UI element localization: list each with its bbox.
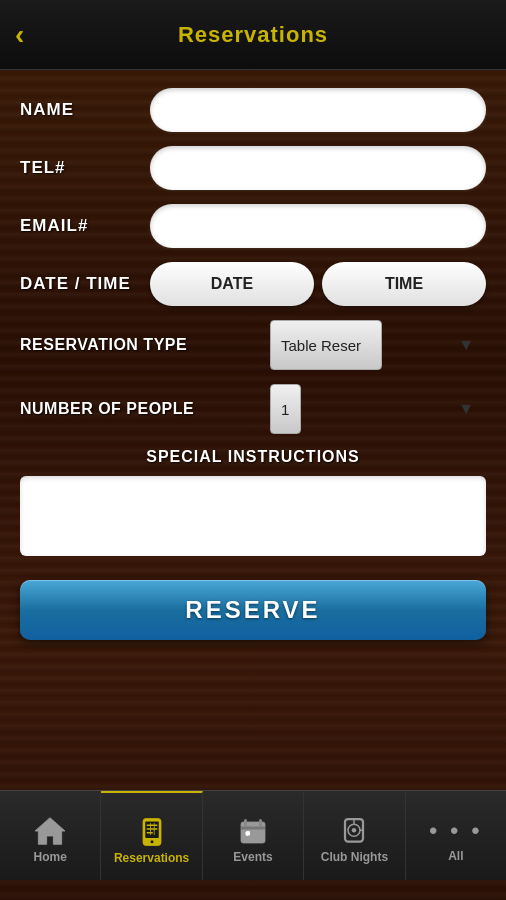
club-nights-icon xyxy=(337,816,371,846)
nav-label-home: Home xyxy=(34,850,67,864)
reserve-button[interactable]: RESERVE xyxy=(20,580,486,640)
events-icon: 7 xyxy=(236,816,270,846)
reservation-type-wrapper: Table Reser VIP Table Private Event xyxy=(270,320,486,370)
nav-item-club-nights[interactable]: Club Nights xyxy=(304,791,405,880)
tel-label: TEL# xyxy=(20,158,150,178)
special-instructions-input[interactable] xyxy=(20,476,486,556)
svg-point-3 xyxy=(150,840,153,843)
nav-item-home[interactable]: Home xyxy=(0,791,101,880)
reserve-area: RESERVE xyxy=(0,560,506,650)
page-title: Reservations xyxy=(178,22,328,48)
nav-label-events: Events xyxy=(233,850,272,864)
datetime-row: DATE / TIME DATE TIME xyxy=(20,262,486,306)
special-instructions-label: SPECIAL INSTRUCTIONS xyxy=(20,448,486,466)
nav-item-reservations[interactable]: Reservations xyxy=(101,791,202,880)
num-people-row: NUMBER OF PEOPLE 1 2 3 4 5 6 7 8 xyxy=(20,384,486,434)
tel-row: TEL# xyxy=(20,146,486,190)
svg-marker-0 xyxy=(35,817,65,844)
content-area: NAME TEL# EMAIL# DATE / TIME DATE TIME xyxy=(0,70,506,880)
email-input[interactable] xyxy=(150,204,486,248)
num-people-wrapper: 1 2 3 4 5 6 7 8 xyxy=(270,384,486,434)
reservations-icon xyxy=(135,817,169,847)
tel-input[interactable] xyxy=(150,146,486,190)
svg-rect-10 xyxy=(241,826,265,829)
reservation-type-row: RESERVATION TYPE Table Reser VIP Table P… xyxy=(20,320,486,370)
nav-item-events[interactable]: 7 Events xyxy=(203,791,304,880)
email-row: EMAIL# xyxy=(20,204,486,248)
form-area: NAME TEL# EMAIL# DATE / TIME DATE TIME xyxy=(0,70,506,434)
reservation-type-select[interactable]: Table Reser VIP Table Private Event xyxy=(270,320,382,370)
name-row: NAME xyxy=(20,88,486,132)
num-people-label: NUMBER OF PEOPLE xyxy=(20,400,270,418)
home-icon xyxy=(33,816,67,846)
all-icon: • • • xyxy=(429,817,483,845)
datetime-buttons: DATE TIME xyxy=(150,262,486,306)
name-label: NAME xyxy=(20,100,150,120)
header: ‹ Reservations xyxy=(0,0,506,70)
svg-rect-12 xyxy=(259,819,262,827)
nav-label-reservations: Reservations xyxy=(114,851,189,865)
svg-rect-11 xyxy=(244,819,247,827)
num-people-select[interactable]: 1 2 3 4 5 6 7 8 xyxy=(270,384,301,434)
time-button[interactable]: TIME xyxy=(322,262,486,306)
nav-label-club-nights: Club Nights xyxy=(321,850,388,864)
datetime-label: DATE / TIME xyxy=(20,274,150,294)
svg-point-17 xyxy=(352,828,357,833)
back-button[interactable]: ‹ xyxy=(15,19,24,51)
name-input[interactable] xyxy=(150,88,486,132)
nav-item-all[interactable]: • • • All xyxy=(406,791,506,880)
email-label: EMAIL# xyxy=(20,216,150,236)
svg-text:7: 7 xyxy=(246,829,250,838)
app-background: ‹ Reservations NAME TEL# EMAIL# DATE / xyxy=(0,0,506,900)
reservation-type-label: RESERVATION TYPE xyxy=(20,336,270,354)
bottom-nav: Home Reservations xyxy=(0,790,506,880)
special-instructions-section: SPECIAL INSTRUCTIONS xyxy=(0,448,506,560)
date-button[interactable]: DATE xyxy=(150,262,314,306)
nav-label-all: All xyxy=(448,849,463,863)
